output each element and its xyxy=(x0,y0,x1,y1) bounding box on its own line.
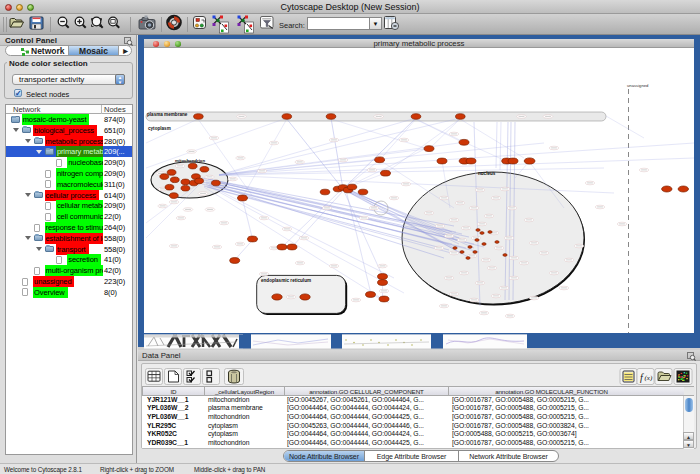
svg-text:endoplasmic reticulum: endoplasmic reticulum xyxy=(261,278,311,283)
svg-text:mitochondrion: mitochondrion xyxy=(175,158,205,163)
svg-text:unassigned: unassigned xyxy=(627,83,649,88)
svg-text:plasma membrane: plasma membrane xyxy=(147,112,188,117)
svg-text:(x): (x) xyxy=(645,374,653,382)
svg-text:cytoplasm: cytoplasm xyxy=(148,126,171,131)
svg-text:nucleus: nucleus xyxy=(478,171,496,176)
